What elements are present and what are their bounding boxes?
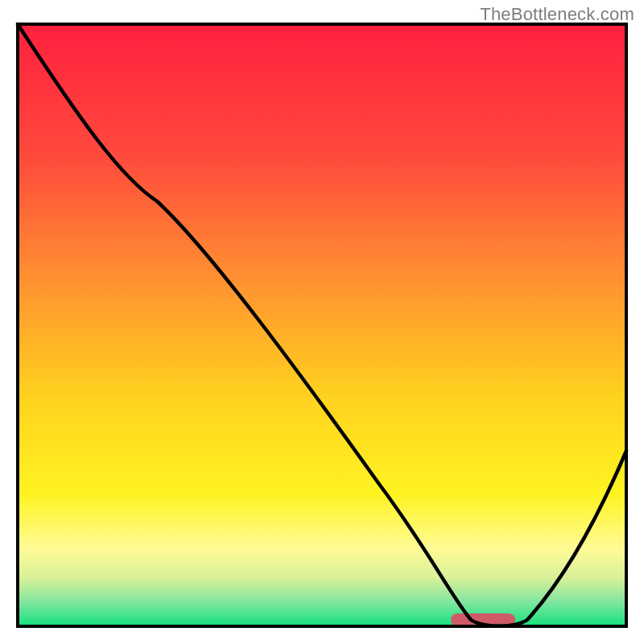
chart-canvas bbox=[0, 0, 644, 644]
plot-area bbox=[18, 24, 626, 626]
gradient-background bbox=[18, 24, 626, 626]
watermark-text: TheBottleneck.com bbox=[480, 4, 634, 25]
